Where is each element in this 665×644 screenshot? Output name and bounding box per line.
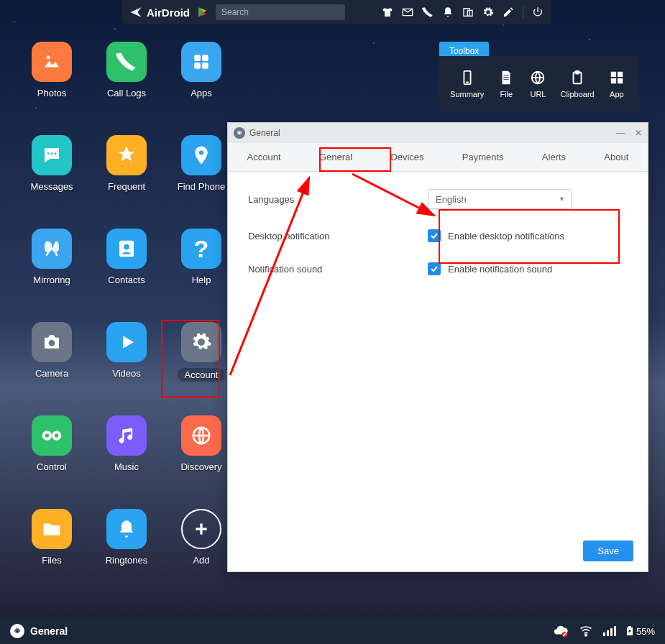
svg-point-14 <box>47 55 50 59</box>
svg-rect-0 <box>464 9 469 17</box>
phone-icon[interactable] <box>422 6 434 18</box>
cloud-icon[interactable] <box>553 622 569 640</box>
svg-rect-10 <box>611 72 616 77</box>
app-call-logs[interactable]: Call Logs <box>89 42 164 135</box>
call-logs-icon <box>106 42 147 82</box>
control-icon <box>32 415 72 456</box>
signal-icon <box>603 626 616 636</box>
app-label: Camera <box>35 368 68 379</box>
minimize-icon[interactable]: — <box>616 128 625 138</box>
edit-icon[interactable] <box>503 6 514 18</box>
tab-about[interactable]: About <box>594 147 638 167</box>
toolbox-url[interactable]: URL <box>528 68 547 98</box>
notification-sound-checkbox[interactable] <box>428 262 441 275</box>
tab-account[interactable]: Account <box>237 147 291 167</box>
toolbox-panel: Summary File URL Clipboard App <box>438 56 638 111</box>
bell-icon[interactable] <box>442 6 454 18</box>
play-store-icon[interactable] <box>196 5 210 19</box>
search-placeholder: Search <box>221 7 249 17</box>
desktop-notification-checkbox[interactable] <box>428 229 441 242</box>
account-gear-icon <box>181 322 221 362</box>
apps-icon <box>181 42 221 82</box>
topbar-icons <box>382 6 544 18</box>
svg-point-28 <box>45 433 49 437</box>
app-control[interactable]: Control <box>14 415 89 509</box>
app-label: Music <box>114 461 139 472</box>
settings-window: General — ✕ Account General Devices Paym… <box>227 122 648 572</box>
app-apps[interactable]: Apps <box>164 42 239 135</box>
svg-rect-18 <box>202 63 208 69</box>
app-contacts[interactable]: Contacts <box>89 229 164 322</box>
app-frequent[interactable]: Frequent <box>89 135 164 229</box>
brand-label: AirDroid <box>147 6 190 19</box>
ringtones-icon <box>106 509 147 549</box>
files-icon <box>32 509 72 549</box>
save-button[interactable]: Save <box>583 540 633 561</box>
mirroring-icon <box>32 229 72 269</box>
toolbox-file[interactable]: File <box>497 68 515 98</box>
file-icon <box>497 68 515 87</box>
app-grid-icon <box>607 68 626 87</box>
app-label: Contacts <box>108 275 145 285</box>
app-videos[interactable]: Videos <box>89 322 164 415</box>
toolbox-summary[interactable]: Summary <box>450 68 484 98</box>
app-files[interactable]: Files <box>14 509 89 602</box>
topbar: AirDroid Search <box>122 0 551 24</box>
tab-alerts[interactable]: Alerts <box>532 147 576 167</box>
toolbox-item-label: Clipboard <box>561 90 595 98</box>
app-label: Photos <box>37 88 66 98</box>
toolbox-item-label: URL <box>530 90 546 98</box>
app-music[interactable]: Music <box>89 415 164 509</box>
checkbox-label: Enable notification sound <box>448 264 552 275</box>
svg-rect-41 <box>628 626 631 627</box>
app-label: Help <box>192 275 211 285</box>
bottombar-label[interactable]: General <box>30 625 68 637</box>
svg-rect-6 <box>504 79 509 80</box>
mail-icon[interactable] <box>402 6 413 18</box>
svg-rect-4 <box>504 75 509 75</box>
window-title: General <box>249 128 280 138</box>
devices-icon[interactable] <box>462 6 474 18</box>
window-titlebar[interactable]: General — ✕ <box>228 123 648 143</box>
messages-icon <box>32 135 72 175</box>
svg-rect-11 <box>618 72 623 77</box>
tab-payments[interactable]: Payments <box>452 147 514 167</box>
clipboard-icon <box>568 68 587 87</box>
help-icon: ? <box>181 229 221 269</box>
svg-rect-5 <box>504 77 509 78</box>
app-ringtones[interactable]: Ringtones <box>89 509 164 602</box>
app-camera[interactable]: Camera <box>14 322 89 415</box>
svg-point-39 <box>585 634 587 636</box>
app-photos[interactable]: Photos <box>14 42 89 135</box>
toolbox-item-label: Summary <box>450 90 484 98</box>
gear-icon[interactable] <box>10 624 24 638</box>
paper-plane-icon <box>129 6 142 19</box>
tab-devices[interactable]: Devices <box>380 147 434 167</box>
svg-point-20 <box>51 152 53 155</box>
app-label: Apps <box>191 88 212 98</box>
wifi-icon[interactable] <box>579 623 593 640</box>
power-icon[interactable] <box>532 6 544 18</box>
toolbox-item-label: App <box>610 90 624 98</box>
photos-icon <box>32 42 72 82</box>
frequent-icon <box>106 135 147 175</box>
gear-icon[interactable] <box>482 6 494 18</box>
close-icon[interactable]: ✕ <box>635 128 642 138</box>
search-input[interactable]: Search <box>216 4 345 20</box>
notification-sound-label: Notification sound <box>248 264 428 275</box>
toolbox-app[interactable]: App <box>607 68 626 98</box>
svg-rect-9 <box>575 71 579 74</box>
tshirt-icon[interactable] <box>382 6 393 18</box>
languages-select[interactable]: English <box>428 189 572 209</box>
tab-general[interactable]: General <box>309 147 362 167</box>
app-messages[interactable]: Messages <box>14 135 89 229</box>
app-mirroring[interactable]: Mirroring <box>14 229 89 322</box>
app-label: Call Logs <box>107 88 146 98</box>
camera-icon <box>32 322 72 362</box>
app-label: Mirroring <box>33 275 70 285</box>
contacts-icon <box>106 229 147 269</box>
toolbox-clipboard[interactable]: Clipboard <box>561 68 595 98</box>
phone-device-icon <box>458 68 477 87</box>
app-label: Videos <box>112 368 141 379</box>
svg-point-22 <box>199 150 203 155</box>
